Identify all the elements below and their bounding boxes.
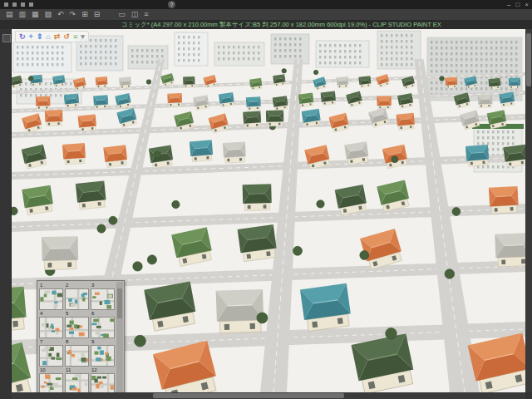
open-file-icon[interactable]: ▥ xyxy=(19,9,27,20)
scrollbar-corner xyxy=(525,392,532,399)
title-bar: ? –□× xyxy=(0,0,532,9)
layout-thumbnail[interactable]: 2 xyxy=(65,283,89,311)
application-window: ? –□× ▤▥▦▧↶↷⊞⊟▭◫≡ コミック* (A4 297.00 x 210… xyxy=(0,0,532,399)
app-menu-icon[interactable] xyxy=(4,2,8,7)
layout-thumbnail-palette: 123456789101112 xyxy=(37,280,125,392)
thumbnail-preview[interactable] xyxy=(39,317,63,338)
export-icon[interactable]: ▧ xyxy=(45,9,52,20)
close-button[interactable]: × xyxy=(525,0,529,9)
object-move-icon[interactable]: ⇄ xyxy=(54,32,61,42)
thumbnail-number: 9 xyxy=(91,339,115,345)
layout-thumbnail[interactable]: 12 xyxy=(91,367,115,392)
tab-bar: コミック* (A4 297.00 x 210.00mm 製本サイズ:B5 判 2… xyxy=(0,21,532,29)
maximize-button[interactable]: □ xyxy=(515,0,520,9)
layout-thumbnail[interactable]: 11 xyxy=(65,367,89,392)
thumbnail-number: 5 xyxy=(65,311,89,317)
thumbnail-preview[interactable] xyxy=(91,288,115,310)
thumbnail-grid: 123456789101112 xyxy=(39,283,116,392)
vertical-scrollbar[interactable] xyxy=(525,29,532,392)
document-tab[interactable]: コミック* (A4 297.00 x 210.00mm 製本サイズ:B5 判 2… xyxy=(121,21,441,29)
layout-thumbnail[interactable]: 3 xyxy=(91,283,115,311)
thumbnail-preview[interactable] xyxy=(39,373,63,392)
horizontal-scrollbar-thumb[interactable] xyxy=(153,393,344,398)
thumbnail-number: 3 xyxy=(91,283,115,288)
layout-thumbnail[interactable]: 9 xyxy=(91,339,115,367)
canvas-area[interactable]: ↻+⇕⌂⇄↺≡▾ 123456789101112 xyxy=(12,29,525,392)
thumbnail-preview[interactable] xyxy=(65,345,89,367)
menu-bar-icons: ▤▥▦▧↶↷⊞⊟▭◫≡ xyxy=(0,9,149,20)
thumbnail-number: 1 xyxy=(39,283,63,288)
bottom-left-corner xyxy=(0,392,12,399)
thumbnail-preview[interactable] xyxy=(91,317,115,338)
grid-icon[interactable]: ⊞ xyxy=(81,9,88,20)
view-toggle-icon[interactable] xyxy=(29,2,33,7)
workspace-icon[interactable] xyxy=(21,2,25,7)
save-icon[interactable]: ▦ xyxy=(32,9,39,20)
vertical-scrollbar-thumb[interactable] xyxy=(526,33,531,86)
horizontal-scrollbar[interactable] xyxy=(12,392,525,399)
thumbnail-preview[interactable] xyxy=(65,288,89,310)
help-button[interactable]: ? xyxy=(168,1,175,8)
selection-icon[interactable]: ◫ xyxy=(131,9,139,20)
layout-thumbnail[interactable]: 4 xyxy=(39,311,63,339)
thumbnail-preview[interactable] xyxy=(65,317,89,338)
thumbnail-preview[interactable] xyxy=(39,345,63,367)
title-bar-icons xyxy=(0,2,33,7)
camera-zoom-icon[interactable]: ⇕ xyxy=(37,32,43,42)
thumbnail-preview[interactable] xyxy=(91,345,115,367)
thumbnail-number: 8 xyxy=(65,339,89,345)
snap-icon[interactable]: ⊟ xyxy=(94,9,101,20)
object-list-icon[interactable]: ≡ xyxy=(73,32,77,42)
thumbnail-preview[interactable] xyxy=(39,288,63,310)
palette-scrollbar-thumb[interactable] xyxy=(117,288,122,318)
camera-pan-icon[interactable]: + xyxy=(29,32,33,42)
thumbnail-preview[interactable] xyxy=(65,373,89,392)
new-file-icon[interactable]: ▤ xyxy=(6,9,13,20)
thumbnail-preview[interactable] xyxy=(91,373,115,392)
layout-thumbnail[interactable]: 8 xyxy=(65,339,89,367)
minimize-button[interactable]: – xyxy=(507,0,510,9)
window-list-icon[interactable] xyxy=(12,2,17,7)
ruler-icon[interactable]: ▭ xyxy=(118,9,126,20)
palette-toggle-icon[interactable] xyxy=(2,34,11,42)
left-palette-strip xyxy=(0,29,12,392)
layout-thumbnail[interactable]: 10 xyxy=(39,367,63,392)
undo-icon[interactable]: ↶ xyxy=(57,9,64,20)
camera-home-icon[interactable]: ⌂ xyxy=(46,32,50,42)
object-rotate-icon[interactable]: ↺ xyxy=(63,32,70,42)
thumbnail-number: 12 xyxy=(91,367,115,373)
palette-scrollbar[interactable] xyxy=(116,282,123,392)
thumbnail-number: 4 xyxy=(39,311,63,317)
redo-icon[interactable]: ↷ xyxy=(70,9,76,20)
tool-options-icon[interactable]: ▾ xyxy=(81,32,85,42)
layout-thumbnail[interactable]: 1 xyxy=(39,283,63,311)
thumbnail-number: 11 xyxy=(65,367,89,373)
thumbnail-number: 7 xyxy=(39,339,63,345)
command-bar: ▤▥▦▧↶↷⊞⊟▭◫≡ xyxy=(0,9,532,21)
settings-icon[interactable]: ≡ xyxy=(144,9,148,20)
layout-thumbnail[interactable]: 6 xyxy=(91,311,115,339)
layout-thumbnail[interactable]: 7 xyxy=(39,339,63,367)
thumbnail-number: 6 xyxy=(91,311,115,317)
camera-rotate-icon[interactable]: ↻ xyxy=(19,32,26,42)
layout-thumbnail[interactable]: 5 xyxy=(65,311,89,339)
window-controls: –□× xyxy=(502,0,529,9)
thumbnail-number: 10 xyxy=(39,367,63,373)
thumbnail-number: 2 xyxy=(65,283,89,288)
3d-manipulation-toolbar: ↻+⇕⌂⇄↺≡▾ xyxy=(15,31,89,42)
